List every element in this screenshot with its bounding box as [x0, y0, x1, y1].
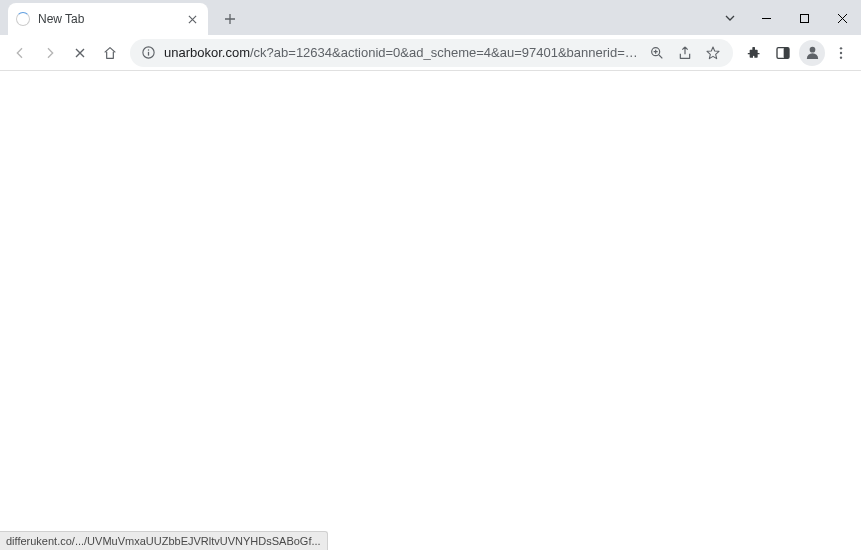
tab-title: New Tab: [38, 12, 184, 26]
share-icon[interactable]: [675, 43, 695, 63]
svg-point-10: [840, 56, 842, 58]
svg-rect-0: [800, 14, 808, 22]
window-controls: [713, 3, 861, 33]
maximize-button[interactable]: [785, 3, 823, 33]
svg-point-2: [147, 49, 149, 51]
profile-button[interactable]: [799, 40, 825, 66]
zoom-icon[interactable]: [647, 43, 667, 63]
tab-strip: New Tab: [0, 3, 861, 35]
stop-reload-button[interactable]: [66, 39, 94, 67]
minimize-button[interactable]: [747, 3, 785, 33]
svg-point-9: [840, 51, 842, 53]
page-content: [0, 71, 861, 550]
search-tabs-button[interactable]: [713, 3, 747, 33]
browser-tab[interactable]: New Tab: [8, 3, 208, 35]
status-bar: differukent.co/.../UVMuVmxaUUZbbEJVRltvU…: [0, 531, 328, 550]
toolbar: unarbokor.com/ck?ab=12634&actionid=0&ad_…: [0, 35, 861, 71]
tab-close-button[interactable]: [184, 11, 200, 27]
new-tab-button[interactable]: [216, 5, 244, 33]
site-info-icon[interactable]: [140, 45, 156, 61]
url-path: /ck?ab=12634&actionid=0&ad_scheme=4&au=9…: [250, 45, 639, 60]
svg-point-8: [840, 47, 842, 49]
forward-button[interactable]: [36, 39, 64, 67]
svg-point-7: [809, 47, 815, 53]
menu-button[interactable]: [827, 39, 855, 67]
address-bar[interactable]: unarbokor.com/ck?ab=12634&actionid=0&ad_…: [130, 39, 733, 67]
extensions-button[interactable]: [739, 39, 767, 67]
url-text: unarbokor.com/ck?ab=12634&actionid=0&ad_…: [164, 45, 639, 60]
svg-rect-3: [147, 52, 148, 56]
home-button[interactable]: [96, 39, 124, 67]
loading-spinner-icon: [16, 12, 30, 26]
close-window-button[interactable]: [823, 3, 861, 33]
url-domain: unarbokor.com: [164, 45, 250, 60]
back-button[interactable]: [6, 39, 34, 67]
bookmark-icon[interactable]: [703, 43, 723, 63]
svg-rect-6: [784, 47, 789, 58]
side-panel-button[interactable]: [769, 39, 797, 67]
